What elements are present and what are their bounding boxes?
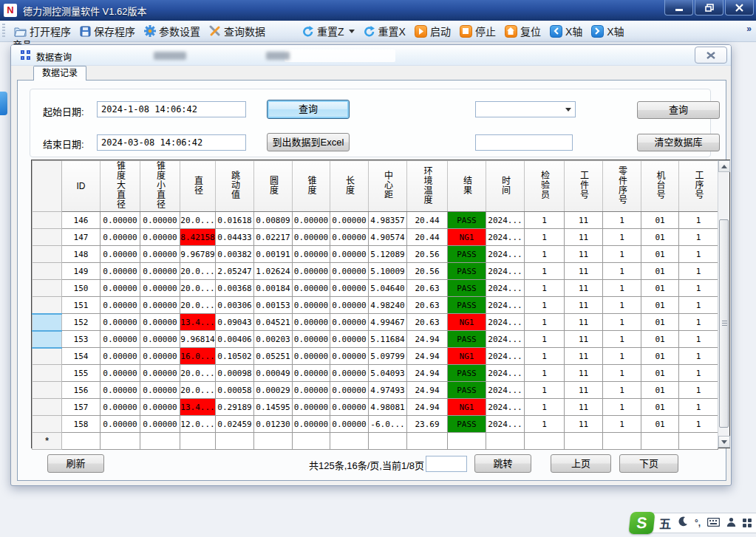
- cell[interactable]: 0.00000: [330, 246, 369, 263]
- cell[interactable]: 1: [603, 229, 641, 246]
- cell[interactable]: PASS: [448, 263, 486, 280]
- ime-mode-button[interactable]: 五: [659, 514, 671, 532]
- cell[interactable]: 0.00000: [330, 365, 369, 382]
- jump-page-input[interactable]: [426, 456, 467, 472]
- cell[interactable]: 0.00306: [216, 297, 254, 314]
- cell[interactable]: 0.14595: [254, 399, 293, 416]
- cell[interactable]: 0.00000: [293, 348, 330, 365]
- cell[interactable]: 0.00000: [293, 314, 330, 331]
- cell[interactable]: 20.44: [407, 229, 448, 246]
- cell[interactable]: 1: [525, 212, 565, 229]
- cell[interactable]: 01: [641, 297, 679, 314]
- cell[interactable]: 0.00000: [140, 246, 180, 263]
- dialog-close-button[interactable]: [695, 47, 727, 64]
- cell[interactable]: PASS: [448, 365, 486, 382]
- cell[interactable]: 2024...: [486, 212, 525, 229]
- cell[interactable]: 1: [603, 365, 641, 382]
- reset-x-button[interactable]: 重置X: [359, 21, 410, 41]
- cell[interactable]: 157: [62, 399, 101, 416]
- cell[interactable]: 0.00000: [101, 399, 140, 416]
- jump-button[interactable]: 跳转: [474, 454, 531, 473]
- cell[interactable]: 2024...: [486, 280, 525, 297]
- row-selector[interactable]: [33, 399, 62, 416]
- query-data-button[interactable]: 查询数据: [205, 21, 270, 41]
- row-selector[interactable]: [33, 365, 62, 382]
- cell[interactable]: 1: [679, 348, 718, 365]
- cell[interactable]: 1.02624: [254, 263, 293, 280]
- select-all-corner[interactable]: [33, 161, 62, 212]
- cell[interactable]: 11: [565, 416, 603, 433]
- stop-button[interactable]: 停止: [455, 21, 500, 41]
- row-selector[interactable]: [33, 314, 62, 331]
- cell[interactable]: 0.00000: [293, 263, 330, 280]
- cell[interactable]: 24.94: [407, 382, 448, 399]
- export-excel-button[interactable]: 到出数据到Excel: [267, 133, 350, 151]
- cell[interactable]: 0.00000: [293, 297, 330, 314]
- query2-button[interactable]: 查询: [637, 101, 720, 119]
- cell[interactable]: NG1: [448, 348, 486, 365]
- cell[interactable]: 0.00000: [101, 348, 140, 365]
- cell[interactable]: 0.01618: [216, 212, 254, 229]
- cell[interactable]: 5.04640: [369, 280, 407, 297]
- cell[interactable]: 0.00406: [216, 331, 254, 348]
- cell[interactable]: 156: [62, 382, 101, 399]
- cell[interactable]: 1: [603, 246, 641, 263]
- cell[interactable]: 1: [525, 246, 565, 263]
- cell[interactable]: 11: [565, 280, 603, 297]
- column-header[interactable]: 锥度小直径: [140, 161, 180, 212]
- cell[interactable]: 20.63: [407, 280, 448, 297]
- cell[interactable]: 0.00000: [330, 399, 369, 416]
- cell[interactable]: 154: [62, 348, 101, 365]
- row-selector[interactable]: [33, 331, 62, 348]
- row-selector[interactable]: [33, 416, 62, 433]
- cell[interactable]: 1: [679, 399, 718, 416]
- cell[interactable]: 1: [679, 229, 718, 246]
- punctuation-button[interactable]: °,: [695, 518, 701, 528]
- cell[interactable]: 0.00000: [101, 229, 140, 246]
- cell[interactable]: 20.0...: [180, 212, 216, 229]
- cell[interactable]: 0.00000: [330, 280, 369, 297]
- column-header[interactable]: 机台号: [641, 161, 679, 212]
- cell[interactable]: PASS: [448, 280, 486, 297]
- cell[interactable]: 24.94: [407, 348, 448, 365]
- cell[interactable]: 5.04093: [369, 365, 407, 382]
- cell[interactable]: 0.00191: [254, 246, 293, 263]
- cell[interactable]: 4.99467: [369, 314, 407, 331]
- cell[interactable]: 0.00000: [140, 331, 180, 348]
- cell[interactable]: 0.00000: [140, 314, 180, 331]
- cell[interactable]: 1: [525, 229, 565, 246]
- cell[interactable]: 20.0...: [180, 280, 216, 297]
- cell[interactable]: 0.00000: [293, 382, 330, 399]
- clear-database-button[interactable]: 清空数据库: [637, 134, 720, 151]
- cell[interactable]: 1: [603, 212, 641, 229]
- x-axis-right-button[interactable]: X轴: [587, 21, 628, 41]
- scroll-down-button[interactable]: [718, 436, 730, 448]
- cell[interactable]: 5.12089: [369, 246, 407, 263]
- row-selector[interactable]: [33, 246, 62, 263]
- cell[interactable]: 0.00000: [101, 280, 140, 297]
- cell[interactable]: 150: [62, 280, 101, 297]
- cell[interactable]: 11: [565, 399, 603, 416]
- cell[interactable]: 11: [565, 246, 603, 263]
- cell[interactable]: NG1: [448, 229, 486, 246]
- cell[interactable]: 5.11684: [369, 331, 407, 348]
- cell[interactable]: 152: [62, 314, 101, 331]
- cell[interactable]: 01: [641, 365, 679, 382]
- cell[interactable]: 0.00153: [254, 297, 293, 314]
- cell[interactable]: 1: [603, 280, 641, 297]
- cell[interactable]: -6.0...: [369, 416, 407, 433]
- home-reset-button[interactable]: 复位: [500, 21, 545, 41]
- cell[interactable]: 0.00000: [101, 365, 140, 382]
- cell[interactable]: 01: [641, 212, 679, 229]
- cell[interactable]: 1: [679, 280, 718, 297]
- close-button[interactable]: [725, 0, 754, 16]
- cell[interactable]: 0.00000: [330, 263, 369, 280]
- cell[interactable]: 0.00000: [293, 331, 330, 348]
- cell[interactable]: 11: [565, 382, 603, 399]
- cell[interactable]: 1: [603, 382, 641, 399]
- cell[interactable]: 01: [641, 348, 679, 365]
- cell[interactable]: 2024...: [486, 229, 525, 246]
- column-header[interactable]: 锥度大直径: [101, 161, 140, 212]
- cell[interactable]: 1: [525, 416, 565, 433]
- cell[interactable]: 2024...: [486, 365, 525, 382]
